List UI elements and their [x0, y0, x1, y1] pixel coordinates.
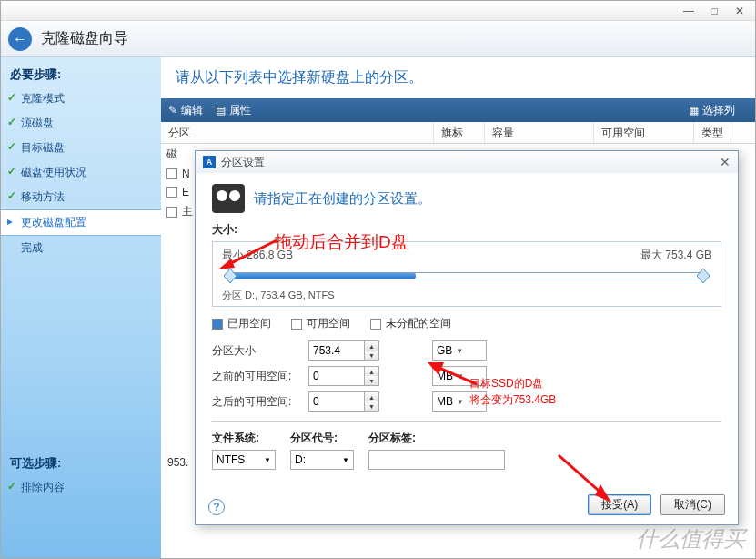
filesystem-label: 文件系统:	[212, 431, 276, 446]
min-size-label: 最小 286.8 GB	[222, 248, 293, 263]
minimize-button[interactable]: —	[677, 4, 701, 18]
step-target-disk[interactable]: 目标磁盘	[1, 136, 161, 160]
optional-steps-label: 可选步骤:	[1, 452, 161, 475]
drive-letter-select[interactable]: D:▼	[290, 450, 354, 470]
col-flag[interactable]: 旗标	[434, 122, 485, 143]
required-steps-label: 必要步骤:	[1, 63, 161, 86]
wizard-header: ← 克隆磁盘向导	[1, 21, 755, 57]
dialog-titlebar: A 分区设置 ✕	[196, 151, 738, 173]
partition-icon	[212, 184, 245, 213]
disk-size-label: 953.	[167, 456, 188, 469]
size-unit-select[interactable]: GB▼	[432, 340, 487, 361]
wizard-sidebar: 必要步骤: 克隆模式 源磁盘 目标磁盘 磁盘使用状况 移动方法 更改磁盘配置 完…	[1, 57, 161, 558]
size-spinner[interactable]: ▲▼	[365, 340, 379, 361]
legend: 已用空间 可用空间 未分配的空间	[212, 316, 721, 331]
partition-info: 分区 D:, 753.4 GB, NTFS	[222, 289, 711, 302]
columns-icon: ▦	[689, 104, 699, 117]
close-button[interactable]: ✕	[728, 4, 751, 18]
max-size-label: 最大 753.4 GB	[640, 248, 711, 263]
after-unit-select[interactable]: MB▼	[432, 391, 487, 412]
step-finish[interactable]: 完成	[1, 236, 161, 260]
step-change-config[interactable]: 更改磁盘配置	[1, 209, 161, 236]
app-icon: A	[203, 156, 216, 168]
checkbox[interactable]	[166, 187, 177, 198]
size-form: 分区大小 ▲▼ GB▼ 之前的可用空间: ▲▼ MB▼ 之后的可用空间: ▲▼ …	[212, 340, 721, 412]
volume-label-label: 分区标签:	[368, 431, 505, 446]
col-capacity[interactable]: 容量	[485, 122, 594, 143]
svg-marker-1	[697, 269, 710, 283]
step-exclude[interactable]: 排除内容	[1, 475, 161, 500]
toolbar: ✎编辑 ▤属性 ▦选择列	[161, 98, 755, 122]
size-slider-box: 最小 286.8 GB 最大 753.4 GB 分区 D:, 753.4 GB,…	[212, 241, 721, 307]
step-disk-usage[interactable]: 磁盘使用状况	[1, 160, 161, 185]
bottom-fields: 文件系统: NTFS▼ 分区代号: D:▼ 分区标签:	[212, 431, 721, 470]
partition-settings-dialog: A 分区设置 ✕ 请指定正在创建的分区设置。 大小: 最小 286.8 GB 最…	[195, 150, 739, 525]
volume-label-input[interactable]	[368, 450, 505, 470]
space-after-label: 之后的可用空间:	[212, 394, 303, 410]
drive-letter-label: 分区代号:	[290, 431, 354, 446]
free-swatch	[291, 319, 302, 330]
size-slider[interactable]	[222, 267, 711, 285]
column-headers: 分区 旗标 容量 可用空间 类型	[161, 122, 755, 144]
before-unit-select[interactable]: MB▼	[432, 366, 487, 386]
accept-button[interactable]: 接受(A)	[588, 494, 651, 515]
help-button[interactable]: ?	[208, 499, 225, 515]
step-source-disk[interactable]: 源磁盘	[1, 111, 161, 136]
dialog-title: 分区设置	[221, 155, 265, 170]
col-partition[interactable]: 分区	[161, 122, 434, 143]
edit-button[interactable]: ✎编辑	[168, 103, 203, 118]
maximize-button[interactable]: □	[702, 4, 726, 18]
size-section-label: 大小:	[212, 222, 721, 238]
after-spinner[interactable]: ▲▼	[365, 391, 379, 412]
checkbox[interactable]	[166, 168, 177, 179]
slider-handle-right[interactable]	[697, 269, 710, 283]
select-columns-button[interactable]: ▦选择列	[689, 103, 735, 118]
space-before-label: 之前的可用空间:	[212, 369, 303, 384]
svg-marker-0	[224, 269, 237, 283]
wizard-title: 克隆磁盘向导	[41, 29, 128, 48]
partition-size-label: 分区大小	[212, 343, 303, 359]
step-clone-mode[interactable]: 克隆模式	[1, 86, 161, 111]
unalloc-swatch	[370, 319, 381, 330]
pencil-icon: ✎	[168, 104, 177, 117]
back-button[interactable]: ←	[8, 27, 32, 51]
used-swatch	[212, 319, 223, 330]
filesystem-select[interactable]: NTFS▼	[212, 450, 276, 470]
space-after-input[interactable]	[308, 391, 365, 412]
instruction-text: 请从以下列表中选择新硬盘上的分区。	[161, 57, 755, 98]
properties-button[interactable]: ▤属性	[216, 103, 251, 118]
properties-icon: ▤	[216, 104, 226, 117]
slider-fill	[230, 273, 416, 279]
cancel-button[interactable]: 取消(C)	[660, 494, 725, 515]
before-spinner[interactable]: ▲▼	[365, 366, 379, 386]
col-type[interactable]: 类型	[694, 122, 731, 143]
window-controls: — □ ✕	[1, 1, 755, 21]
partition-size-input[interactable]	[308, 340, 365, 361]
space-before-input[interactable]	[308, 366, 365, 386]
dialog-close-button[interactable]: ✕	[720, 155, 731, 169]
dialog-subtitle: 请指定正在创建的分区设置。	[254, 190, 431, 208]
checkbox[interactable]	[166, 207, 177, 218]
slider-handle-left[interactable]	[224, 269, 237, 283]
step-move-method[interactable]: 移动方法	[1, 185, 161, 209]
col-free[interactable]: 可用空间	[594, 122, 694, 143]
